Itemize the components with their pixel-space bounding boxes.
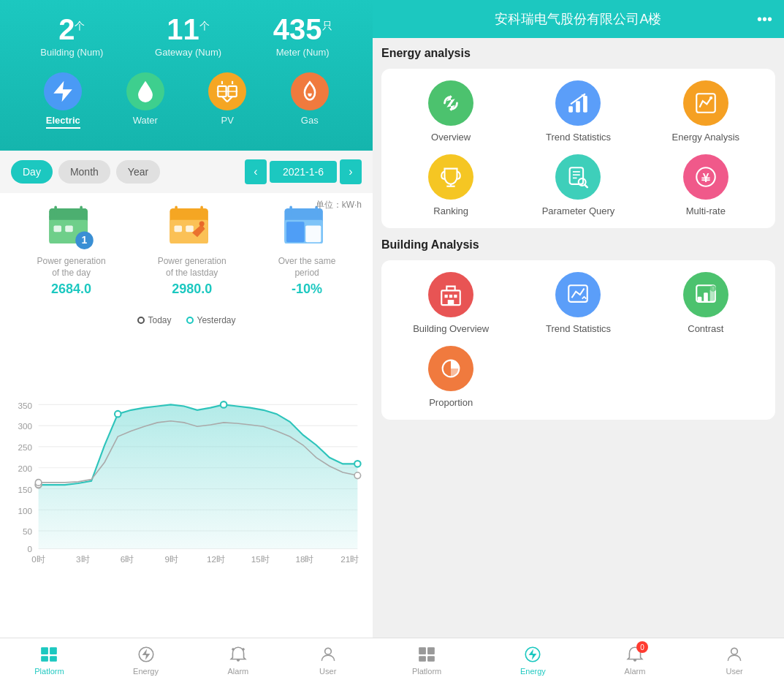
nav-user-left[interactable]: User: [318, 644, 338, 676]
svg-rect-77: [570, 167, 583, 184]
overview-item[interactable]: Overview: [393, 80, 509, 143]
svg-text:9时: 9时: [165, 554, 179, 564]
ranking-icon-circle: [428, 154, 473, 200]
svg-text:300: 300: [18, 422, 33, 431]
svg-line-82: [585, 185, 588, 188]
building-label: Building (Num): [40, 47, 103, 58]
energy-analysis-item[interactable]: Energy Analysis: [648, 80, 764, 143]
nav-alarm-right[interactable]: 0 Alarm: [625, 644, 646, 676]
alarm-right-nav-label: Alarm: [625, 667, 646, 676]
platform-icon: [39, 645, 58, 664]
electric-icon: [50, 79, 75, 104]
left-header: 2个 Building (Num) 11个 Gateway (Num) 435只…: [0, 0, 373, 151]
electric-label: Electric: [46, 115, 80, 129]
yuan-icon: ¥: [693, 165, 718, 189]
today-legend-dot: [137, 317, 145, 324]
trend-statistics-b-item[interactable]: Trend Statistics: [520, 272, 636, 334]
svg-text:200: 200: [18, 464, 33, 473]
trend-statistics-item[interactable]: Trend Statistics: [520, 80, 636, 143]
building-count: 2个: [40, 15, 103, 44]
user-nav-label: User: [319, 667, 336, 676]
more-button[interactable]: •••: [757, 11, 772, 28]
parameter-query-label: Parameter Query: [542, 205, 615, 216]
tab-pv[interactable]: PV: [208, 72, 246, 129]
svg-text:0: 0: [28, 544, 33, 554]
svg-rect-67: [242, 648, 246, 651]
day-button[interactable]: Day: [11, 160, 53, 184]
svg-rect-15: [65, 226, 73, 233]
trend-statistics-b-label: Trend Statistics: [546, 323, 611, 334]
recycle-icon: [438, 91, 463, 116]
nav-user-right[interactable]: User: [724, 644, 745, 676]
svg-rect-71: [584, 96, 588, 113]
meter-label: Meter (Num): [273, 47, 332, 58]
building-icon: [438, 282, 463, 307]
svg-rect-14: [53, 226, 61, 233]
water-label: Water: [133, 115, 158, 126]
energy-analysis-label: Energy Analysis: [672, 132, 740, 143]
nav-alarm-left[interactable]: Alarm: [227, 644, 248, 676]
nav-energy-right[interactable]: Energy: [520, 644, 546, 676]
svg-text:250: 250: [18, 442, 33, 452]
electric-icon-circle: [44, 72, 82, 110]
svg-rect-22: [174, 226, 182, 233]
energy-right-nav-label: Energy: [520, 667, 546, 676]
date-display: 2021-1-6: [270, 161, 337, 183]
alarm-badge: 0: [636, 641, 648, 653]
tab-electric[interactable]: Electric: [44, 72, 82, 129]
chart-analysis-icon: [693, 91, 718, 116]
trend-statistics-label: Trend Statistics: [546, 132, 611, 143]
svg-rect-10: [49, 216, 88, 219]
platform-icon-wrap: [39, 644, 59, 665]
proportion-icon-circle: [428, 346, 473, 391]
tab-gas[interactable]: Gas: [291, 72, 329, 129]
tab-water[interactable]: Water: [126, 72, 164, 129]
left-panel: 2个 Building (Num) 11个 Gateway (Num) 435只…: [0, 0, 373, 680]
prev-date-button[interactable]: ‹: [245, 159, 267, 184]
nav-platform-left[interactable]: Platlorm: [34, 644, 64, 676]
proportion-item[interactable]: Proportion: [393, 346, 509, 408]
parameter-query-item[interactable]: Parameter Query: [520, 154, 636, 216]
power-today: 1 Power generationof the day 2684.0: [37, 200, 106, 297]
year-button[interactable]: Year: [116, 160, 160, 184]
contrast-item[interactable]: ↑ Contrast: [648, 272, 764, 334]
nav-energy-left[interactable]: Energy: [133, 644, 159, 676]
trend-statistics-b-icon-circle: [555, 272, 601, 317]
user-right-icon: [725, 645, 744, 664]
unit-label: 单位：kW·h: [316, 199, 362, 211]
legend-today: Today: [137, 315, 172, 325]
stats-row: 2个 Building (Num) 11个 Gateway (Num) 435只…: [15, 15, 358, 58]
svg-rect-91: [448, 300, 454, 305]
svg-point-105: [731, 648, 738, 654]
chart-legend: Today Yesterday: [7, 315, 365, 325]
lastday-label: Power generationof the lastday: [158, 256, 227, 279]
next-date-button[interactable]: ›: [340, 159, 362, 184]
contrast-label: Contrast: [688, 323, 723, 334]
right-panel: 安科瑞电气股份有限公司A楼 ••• Energy analysis O: [373, 0, 784, 680]
svg-rect-66: [232, 648, 235, 651]
date-nav: ‹ 2021-1-6 ›: [245, 159, 362, 184]
ranking-item[interactable]: Ranking: [393, 154, 509, 216]
multi-rate-item[interactable]: ¥ Multi-rate: [648, 154, 764, 216]
svg-point-49: [221, 401, 227, 408]
svg-rect-95: [704, 292, 708, 302]
user-icon: [319, 645, 338, 664]
svg-text:21时: 21时: [340, 554, 359, 564]
month-button[interactable]: Month: [58, 160, 110, 184]
platform-right-nav-label: Platlorm: [412, 667, 441, 676]
multi-rate-icon-circle: ¥: [683, 154, 728, 200]
right-header: 安科瑞电气股份有限公司A楼 •••: [373, 0, 784, 38]
gas-label: Gas: [301, 115, 319, 126]
svg-rect-88: [445, 295, 448, 298]
platform-right-icon-wrap: [416, 644, 437, 665]
svg-text:↑: ↑: [712, 286, 715, 292]
chart-up-icon: [566, 91, 590, 116]
building-overview-item[interactable]: Building Overview: [393, 272, 509, 334]
chart-trend-icon: [566, 282, 590, 307]
nav-platform-right[interactable]: Platlorm: [412, 644, 441, 676]
platform-right-icon: [417, 645, 436, 664]
alarm-icon: [229, 645, 248, 664]
building-analysis-grid: Building Overview Trend Statistics: [393, 272, 764, 408]
svg-text:50: 50: [23, 526, 33, 536]
yesterday-legend-dot: [186, 317, 194, 324]
